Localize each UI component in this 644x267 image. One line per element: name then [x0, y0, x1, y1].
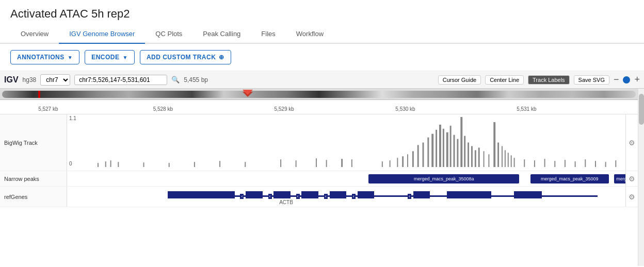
locus-input[interactable]: [74, 75, 167, 85]
peak-bar-1[interactable]: merged_macs_peak_35008a: [368, 174, 519, 183]
svg-rect-6: [143, 162, 144, 167]
encode-chevron-icon: ▼: [122, 55, 127, 60]
svg-rect-44: [502, 146, 503, 167]
peak-label-3: merged_macs_: [614, 176, 625, 181]
ruler-label-2: 5,528 kb: [153, 106, 173, 112]
svg-rect-37: [471, 146, 473, 167]
svg-rect-45: [505, 150, 506, 167]
chromosome-position-arrow: [243, 90, 253, 99]
svg-rect-52: [554, 161, 555, 167]
arrow-2: ‹: [268, 194, 272, 199]
annotations-button[interactable]: ANNOTATIONS ▼: [10, 50, 79, 64]
exon-7: [413, 191, 430, 198]
tab-files[interactable]: Files: [251, 25, 285, 44]
tabs-bar: Overview IGV Genome Browser QC Plots Pea…: [0, 25, 644, 44]
zoom-dot: [623, 76, 630, 84]
peak-bar-3[interactable]: merged_macs_: [614, 174, 625, 183]
save-svg-button[interactable]: Save SVG: [574, 75, 609, 85]
page-title: Activated ATAC 5h rep2: [0, 0, 644, 25]
ruler-label-3: 5,529 kb: [274, 106, 294, 112]
refgenes-gear[interactable]: ⚙: [625, 187, 638, 207]
svg-rect-16: [351, 159, 352, 167]
refgenes-label: refGenes: [0, 187, 67, 207]
svg-rect-50: [534, 160, 535, 167]
svg-rect-57: [605, 162, 606, 167]
svg-rect-47: [511, 155, 512, 167]
peak-label-2: merged_macs_peak_35009: [539, 176, 601, 181]
ruler-label-1: 5,527 kb: [38, 106, 58, 112]
bigwig-track-label: BigWig Track: [0, 114, 67, 171]
narrow-peaks-track-row: Narrow peaks merged_macs_peak_35008a mer…: [0, 171, 638, 187]
track-labels-button[interactable]: Track Labels: [528, 75, 570, 85]
igv-logo: IGV: [4, 75, 19, 85]
svg-rect-31: [450, 126, 452, 167]
igv-scrollbar[interactable]: [638, 89, 644, 266]
svg-rect-8: [194, 162, 195, 167]
svg-rect-36: [468, 143, 469, 168]
svg-rect-33: [457, 139, 458, 168]
svg-rect-58: [615, 160, 616, 167]
exon-9: [514, 191, 542, 198]
exon-8: [447, 191, 492, 198]
annotations-label: ANNOTATIONS: [17, 54, 65, 61]
encode-button[interactable]: ENCODE ▼: [85, 50, 135, 64]
svg-rect-48: [514, 158, 515, 167]
svg-rect-10: [245, 162, 246, 167]
refgenes-track-row: refGenes ACTB: [0, 187, 638, 207]
search-icon[interactable]: 🔍: [171, 76, 180, 84]
svg-rect-12: [296, 160, 297, 167]
tab-igv[interactable]: IGV Genome Browser: [59, 25, 145, 44]
zoom-out-icon[interactable]: −: [614, 74, 619, 85]
arrow-1: ‹: [240, 194, 244, 199]
svg-rect-4: [110, 160, 111, 167]
tab-workflow[interactable]: Workflow: [286, 25, 334, 44]
cursor-guide-button[interactable]: Cursor Guide: [438, 75, 481, 85]
peak-label-1: merged_macs_peak_35008a: [412, 176, 476, 181]
igv-scrollbar-thumb[interactable]: [639, 94, 644, 125]
arrow-3: ‹: [296, 194, 300, 199]
svg-rect-21: [407, 154, 408, 167]
svg-rect-7: [169, 163, 170, 167]
svg-rect-56: [595, 161, 596, 167]
svg-rect-41: [488, 154, 489, 167]
svg-rect-29: [443, 129, 444, 167]
encode-label: ENCODE: [91, 54, 119, 61]
add-custom-track-button[interactable]: ADD CUSTOM TRACK ⊕: [140, 50, 231, 64]
svg-rect-15: [341, 159, 343, 167]
svg-rect-32: [454, 135, 455, 167]
svg-rect-5: [118, 162, 119, 167]
svg-rect-49: [524, 159, 525, 167]
chromosome-select[interactable]: chr7: [40, 74, 70, 86]
tab-overview[interactable]: Overview: [10, 25, 59, 44]
svg-rect-3: [105, 161, 106, 167]
center-line-button[interactable]: Center Line: [485, 75, 524, 85]
svg-rect-28: [439, 125, 441, 167]
igv-tracks: 5,527 kb 5,528 kb 5,529 kb 5,530 kb 5,53…: [0, 89, 638, 266]
add-custom-track-plus-icon: ⊕: [219, 54, 224, 61]
ruler-label-5: 5,531 kb: [517, 106, 536, 112]
gene-name-label: ACTB: [279, 199, 293, 205]
exon-6: [358, 191, 374, 198]
svg-rect-42: [493, 122, 495, 167]
exon-1: [168, 191, 235, 198]
svg-rect-34: [460, 117, 462, 167]
svg-rect-51: [544, 159, 545, 167]
svg-rect-38: [475, 150, 476, 167]
narrow-peaks-gear[interactable]: ⚙: [625, 171, 638, 186]
svg-rect-26: [431, 134, 433, 167]
tab-peakcalling[interactable]: Peak Calling: [192, 25, 251, 44]
peak-bar-2[interactable]: merged_macs_peak_35009: [530, 174, 608, 183]
igv-body: 5,527 kb 5,528 kb 5,529 kb 5,530 kb 5,53…: [0, 89, 644, 266]
svg-rect-14: [326, 160, 327, 167]
add-custom-track-label: ADD CUSTOM TRACK: [147, 54, 216, 61]
igv-header: IGV hg38 chr7 🔍 5,455 bp Cursor Guide Ce…: [0, 71, 644, 89]
tab-qc[interactable]: QC Plots: [145, 25, 192, 44]
svg-rect-53: [565, 160, 566, 167]
bigwig-track-gear[interactable]: ⚙: [625, 114, 638, 171]
arrow-4: ‹: [324, 194, 328, 199]
svg-rect-35: [464, 136, 465, 167]
svg-rect-39: [478, 147, 480, 167]
bigwig-y-min: 0: [69, 161, 72, 166]
svg-rect-9: [219, 161, 220, 167]
zoom-in-icon[interactable]: +: [634, 74, 640, 85]
